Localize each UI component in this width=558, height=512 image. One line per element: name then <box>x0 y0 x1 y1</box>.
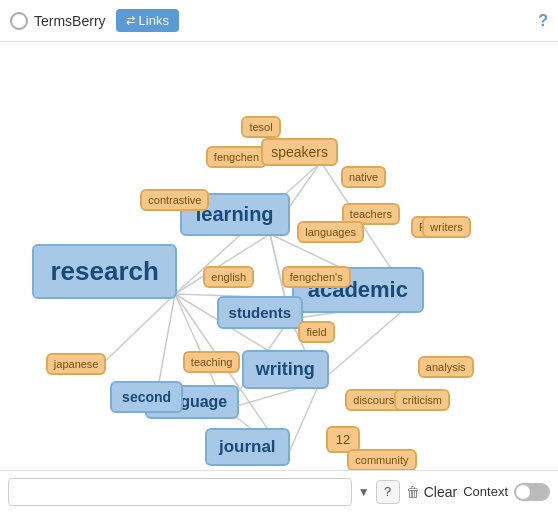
node-writers[interactable]: writers <box>422 216 470 238</box>
node-analysis[interactable]: analysis <box>418 356 474 378</box>
logo-text: TermsBerry <box>34 13 106 29</box>
node-community[interactable]: community <box>347 449 416 470</box>
logo-circle <box>10 12 28 30</box>
footer: ▼ ? 🗑 Clear Context <box>0 470 558 512</box>
node-students[interactable]: students <box>217 296 304 329</box>
clear-button[interactable]: 🗑 Clear <box>406 484 457 500</box>
node-fengchens[interactable]: fengchen's <box>282 266 351 288</box>
node-japanese[interactable]: japanese <box>46 353 107 375</box>
node-journal[interactable]: journal <box>205 428 290 466</box>
node-field[interactable]: field <box>298 321 334 343</box>
links-button[interactable]: ⇄ Links <box>116 9 179 32</box>
context-label: Context <box>463 484 508 499</box>
logo: TermsBerry <box>10 12 106 30</box>
links-label: Links <box>139 13 169 28</box>
dropdown-arrow-icon[interactable]: ▼ <box>358 485 370 499</box>
node-second[interactable]: second <box>110 381 183 413</box>
header: TermsBerry ⇄ Links ? <box>0 0 558 42</box>
svg-line-19 <box>96 294 175 370</box>
clear-icon: 🗑 <box>406 484 420 500</box>
node-tesol[interactable]: tesol <box>241 116 280 138</box>
help-button[interactable]: ? <box>538 12 548 30</box>
node-native[interactable]: native <box>341 166 386 188</box>
question-button[interactable]: ? <box>376 480 400 504</box>
question-label: ? <box>384 484 391 499</box>
node-writing[interactable]: writing <box>242 350 329 389</box>
node-research[interactable]: research <box>32 244 176 299</box>
node-languages[interactable]: languages <box>297 221 364 243</box>
graph-area: researchlearningacademicwritinglanguagej… <box>0 42 558 470</box>
search-input[interactable] <box>8 478 352 506</box>
node-contrastive[interactable]: contrastive <box>140 189 209 211</box>
context-toggle[interactable] <box>514 483 550 501</box>
svg-line-10 <box>287 382 320 457</box>
node-criticism[interactable]: criticism <box>394 389 450 411</box>
toggle-thumb <box>516 485 530 499</box>
node-teaching[interactable]: teaching <box>183 351 241 373</box>
node-speakers[interactable]: speakers <box>261 138 338 166</box>
node-fengchen-top[interactable]: fengchen <box>206 146 267 168</box>
node-english[interactable]: english <box>203 266 254 288</box>
clear-label: Clear <box>424 484 457 500</box>
svg-line-7 <box>320 302 413 382</box>
links-icon: ⇄ <box>126 14 135 27</box>
